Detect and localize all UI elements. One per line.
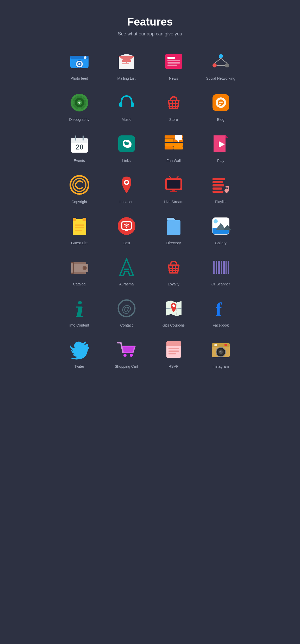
- svg-rect-121: [166, 344, 181, 346]
- svg-point-93: [84, 267, 86, 269]
- guest-list-label: Guest List: [71, 241, 88, 245]
- feature-store: Store: [158, 91, 189, 122]
- feature-copyright: Copyright: [64, 173, 95, 204]
- page-subtitle: See what our app can give you: [58, 31, 242, 37]
- page-title: Features: [58, 16, 242, 28]
- svg-rect-12: [167, 65, 177, 66]
- playlist-icon: [209, 173, 233, 197]
- svg-rect-105: [221, 261, 222, 274]
- loyalty-label: Loyalty: [168, 282, 179, 286]
- catalog-label: Catalog: [73, 282, 85, 286]
- links-icon: [115, 132, 138, 155]
- feature-twitter: Twiter: [64, 338, 95, 368]
- svg-point-5: [84, 56, 86, 59]
- svg-rect-107: [226, 261, 227, 274]
- play-label: Play: [217, 159, 224, 163]
- feature-news: News: [158, 50, 189, 80]
- store-label: Store: [169, 117, 178, 122]
- play-icon: [209, 132, 233, 155]
- cast-icon: [115, 214, 138, 238]
- svg-rect-95: [72, 263, 73, 273]
- svg-rect-8: [165, 54, 182, 69]
- contact-label: Contact: [120, 323, 133, 327]
- events-label: Events: [74, 159, 85, 163]
- svg-rect-82: [167, 220, 180, 235]
- svg-rect-46: [165, 139, 173, 142]
- music-label: Music: [122, 117, 131, 122]
- location-icon: [115, 173, 138, 197]
- guest-list-icon: [68, 214, 91, 238]
- svg-rect-49: [165, 146, 173, 149]
- svg-point-15: [225, 63, 229, 67]
- gallery-icon: [209, 214, 233, 238]
- blog-icon: [209, 91, 233, 114]
- page-container: Features See what our app can give you P…: [53, 0, 247, 384]
- feature-aurasma: Aurasma: [111, 255, 142, 286]
- svg-rect-106: [223, 261, 225, 274]
- svg-rect-10: [167, 60, 180, 61]
- feature-social-networking: Social Networking: [205, 50, 236, 80]
- svg-rect-35: [219, 102, 223, 103]
- feature-rsvp: RSVP: [158, 338, 189, 368]
- svg-text:20: 20: [76, 143, 84, 151]
- aurasma-icon: [115, 255, 138, 279]
- feature-guest-list: Guest List: [64, 214, 95, 245]
- live-stream-label: Live Stream: [164, 200, 183, 204]
- twitter-label: Twiter: [74, 364, 84, 368]
- info-content-icon: [68, 297, 91, 320]
- svg-rect-71: [226, 186, 229, 187]
- feature-mailing-list: Mailing List: [111, 50, 142, 80]
- feature-links: Links: [111, 132, 142, 163]
- svg-rect-80: [125, 230, 128, 231]
- feature-play: Play: [205, 132, 236, 163]
- svg-line-63: [176, 176, 178, 178]
- feature-facebook: f Facebook: [205, 297, 236, 327]
- rsvp-label: RSVP: [168, 364, 178, 368]
- feature-events: 20 Events: [64, 132, 95, 163]
- feature-contact: @ Contact: [111, 297, 142, 327]
- location-label: Location: [120, 200, 133, 204]
- fan-wall-icon: [162, 132, 185, 155]
- feature-catalog: Catalog: [64, 255, 95, 286]
- feature-shopping-cart: Shopping Cart: [111, 338, 142, 368]
- feature-instagram: Instagram: [205, 338, 236, 368]
- svg-rect-132: [224, 344, 227, 346]
- mailing-list-label: Mailing List: [117, 76, 135, 80]
- svg-point-81: [126, 227, 127, 228]
- svg-rect-123: [168, 351, 179, 352]
- loyalty-icon: [162, 255, 185, 279]
- aurasma-label: Aurasma: [119, 282, 134, 286]
- directory-label: Directory: [166, 241, 181, 245]
- svg-point-69: [224, 189, 229, 193]
- svg-rect-103: [216, 261, 217, 274]
- feature-playlist: Playlist: [205, 173, 236, 204]
- gallery-label: Gallery: [215, 241, 226, 245]
- svg-rect-122: [168, 348, 179, 349]
- feature-blog: Blog: [205, 91, 236, 122]
- feature-info-content: info Content: [64, 297, 95, 327]
- info-content-label: info Content: [70, 323, 89, 327]
- copyright-icon: [68, 173, 91, 197]
- live-stream-icon: [162, 173, 185, 197]
- instagram-icon: [209, 338, 233, 361]
- links-label: Links: [122, 159, 131, 163]
- svg-point-57: [125, 181, 128, 184]
- cast-label: Cast: [123, 241, 130, 245]
- fan-wall-label: Fan Wall: [166, 159, 181, 163]
- svg-point-114: [172, 304, 175, 307]
- svg-rect-76: [75, 227, 84, 228]
- store-icon: [162, 91, 185, 114]
- svg-point-23: [78, 102, 80, 104]
- svg-point-130: [220, 351, 221, 352]
- svg-point-118: [130, 354, 133, 357]
- svg-rect-59: [167, 180, 180, 189]
- svg-point-13: [219, 54, 223, 58]
- mailing-list-icon: [115, 50, 138, 73]
- copyright-label: Copyright: [72, 200, 87, 204]
- svg-rect-9: [167, 57, 175, 59]
- facebook-icon: f: [209, 297, 233, 320]
- svg-rect-96: [71, 263, 72, 273]
- svg-rect-51: [175, 135, 182, 140]
- svg-point-14: [213, 63, 217, 67]
- discography-label: Discography: [69, 117, 90, 122]
